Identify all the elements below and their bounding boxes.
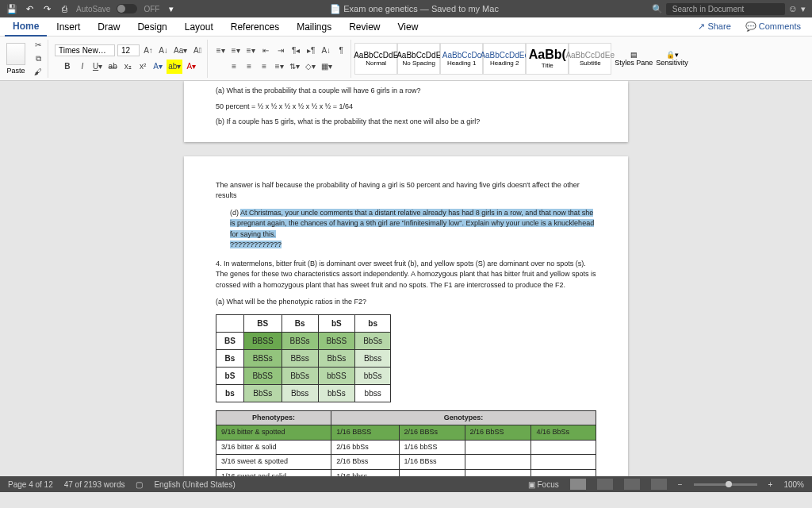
cut-icon[interactable]: ✂ [32,40,44,52]
style-title[interactable]: AaBb(Title [526,43,569,75]
strike-button[interactable]: ab [106,60,119,74]
font-name-dropdown[interactable]: Times New… [55,44,115,56]
styles-pane-icon: ▤ [630,51,638,59]
decrease-indent-icon[interactable]: ⇤ [259,44,272,58]
text-effects-icon[interactable]: A▾ [151,60,164,74]
styles-gallery: AaBbCcDdENormal AaBbCcDdENo Spacing AaBb… [354,43,611,75]
zoom-in-button[interactable]: + [768,480,773,489]
line-spacing-icon[interactable]: ⇅▾ [288,60,301,74]
zoom-out-button[interactable]: − [678,480,683,489]
zoom-slider[interactable] [694,483,757,486]
tab-layout[interactable]: Layout [177,18,221,36]
styles-pane-button[interactable]: ▤ Styles Pane [615,51,653,67]
window-title: 📄 Exam one genetics — Saved to my Mac [177,4,651,14]
view-draft-icon[interactable] [651,479,667,490]
font-group: Times New… 12 A↑ A↓ Aa▾ A⃠ B I U▾ ab x₂ … [52,40,208,78]
tab-home[interactable]: Home [5,17,47,37]
view-print-icon[interactable] [570,479,586,490]
autosave-label: AutoSave [76,5,110,13]
style-subtitle[interactable]: AaBbCcDdEeSubtitle [569,43,611,75]
search-magnifier-icon: 🔍 [652,4,663,14]
share-button[interactable]: ↗ Share [691,18,737,35]
borders-icon[interactable]: ▦▾ [320,60,334,74]
align-right-icon[interactable]: ≡ [258,60,270,74]
tab-design[interactable]: Design [129,18,174,36]
style-normal[interactable]: AaBbCcDdENormal [354,43,397,75]
search-input[interactable]: Search in Document [666,3,785,15]
copy-icon[interactable]: ⧉ [32,52,44,64]
multilevel-list-icon[interactable]: ≡▾ [244,44,257,58]
paste-button[interactable]: Paste [6,43,25,75]
selected-text-2[interactable]: ????????????? [230,241,282,248]
comments-label: Comments [759,21,801,31]
status-page[interactable]: Page 4 of 12 [8,480,53,489]
status-words[interactable]: 47 of 2193 words [64,480,125,489]
tab-draw[interactable]: Draw [90,18,128,36]
customize-qat-icon[interactable]: ▾ [166,3,177,14]
redo-icon[interactable]: ↷ [41,3,52,14]
tab-review[interactable]: Review [341,18,388,36]
selected-text[interactable]: At Christmas, your uncle comments that a… [230,209,594,238]
sensitivity-button[interactable]: 🔒▾ Sensitivity [656,51,688,67]
autosave-toggle[interactable] [117,4,137,13]
zoom-level[interactable]: 100% [783,480,804,489]
style-no-spacing[interactable]: AaBbCcDdENo Spacing [397,43,440,75]
bold-button[interactable]: B [61,60,74,74]
feedback-icon[interactable]: ☺ [788,3,798,14]
underline-button[interactable]: U▾ [91,60,104,74]
format-painter-icon[interactable]: 🖌 [32,66,44,78]
font-size-dropdown[interactable]: 12 [117,44,140,56]
subscript-button[interactable]: x₂ [121,60,134,74]
style-heading2[interactable]: AaBbCcDdEeHeading 2 [483,43,526,75]
increase-font-icon[interactable]: A↑ [142,44,155,58]
tab-insert[interactable]: Insert [48,18,88,36]
align-center-icon[interactable]: ≡ [243,60,255,74]
view-web-icon[interactable] [597,479,613,490]
feedback-dropdown-icon[interactable]: ▾ [801,4,806,14]
style-heading1[interactable]: AaBbCcDcHeading 1 [440,43,483,75]
align-left-icon[interactable]: ≡ [228,60,240,74]
increase-indent-icon[interactable]: ⇥ [274,44,287,58]
sensitivity-icon: 🔒▾ [666,51,679,59]
status-language[interactable]: English (United States) [154,480,235,489]
font-color-icon[interactable]: A▾ [185,60,197,74]
tab-mailings[interactable]: Mailings [289,18,339,36]
show-marks-icon[interactable]: ¶ [335,44,347,58]
ltr-icon[interactable]: ¶◂ [289,44,302,58]
highlight-color-icon[interactable]: ab▾ [167,60,182,74]
title-bar: 💾 ↶ ↷ ⎙ AutoSave OFF ▾ 📄 Exam one geneti… [0,0,812,17]
focus-mode-button[interactable]: ▣ Focus [528,480,559,489]
clipboard-group-extra: ✂ ⧉ 🖌 [29,40,48,78]
superscript-button[interactable]: x² [136,60,149,74]
save-icon[interactable]: 💾 [6,3,17,14]
paste-label: Paste [6,67,25,75]
clipboard-icon [6,43,25,65]
paragraph-group: ≡▾ ≡▾ ≡▾ ⇤ ⇥ ¶◂ ▸¶ A↓ ¶ ≡ ≡ ≡ ≡▾ ⇅▾ ◇▾ ▦… [211,40,351,78]
change-case-icon[interactable]: Aa▾ [172,44,189,58]
tab-view[interactable]: View [390,18,427,36]
numbering-icon[interactable]: ≡▾ [229,44,242,58]
text-ans-a: 50 percent = ½ x ½ x ½ x ½ x ½ x ½ = 1/6… [216,102,596,113]
ribbon: Paste ✂ ⧉ 🖌 Times New… 12 A↑ A↓ Aa▾ A⃠ B… [0,37,812,81]
status-bar: Page 4 of 12 47 of 2193 words ▢ English … [0,476,812,492]
text-qd: (d) At Christmas, your uncle comments th… [216,208,596,241]
rtl-icon[interactable]: ▸¶ [304,44,317,58]
text-qa: (a) What is the probability that a coupl… [216,86,596,97]
spellcheck-icon[interactable]: ▢ [136,480,143,489]
view-outline-icon[interactable] [624,479,640,490]
print-icon[interactable]: ⎙ [59,3,70,14]
text-q4: 4. In watermelons, bitter fruit (B) is d… [216,259,596,291]
bullets-icon[interactable]: ≡▾ [214,44,227,58]
clear-formatting-icon[interactable]: A⃠ [191,44,204,58]
sort-icon[interactable]: A↓ [320,44,332,58]
page-current: The answer is half because the probabili… [184,156,628,493]
italic-button[interactable]: I [76,60,89,74]
comments-button[interactable]: 💬 Comments [739,18,807,35]
tab-references[interactable]: References [223,18,287,36]
decrease-font-icon[interactable]: A↓ [157,44,170,58]
undo-icon[interactable]: ↶ [24,3,35,14]
document-viewport[interactable]: (a) What is the probability that a coupl… [0,81,812,492]
ribbon-tabs: Home Insert Draw Design Layout Reference… [0,17,812,37]
justify-icon[interactable]: ≡▾ [273,60,285,74]
shading-icon[interactable]: ◇▾ [304,60,317,74]
